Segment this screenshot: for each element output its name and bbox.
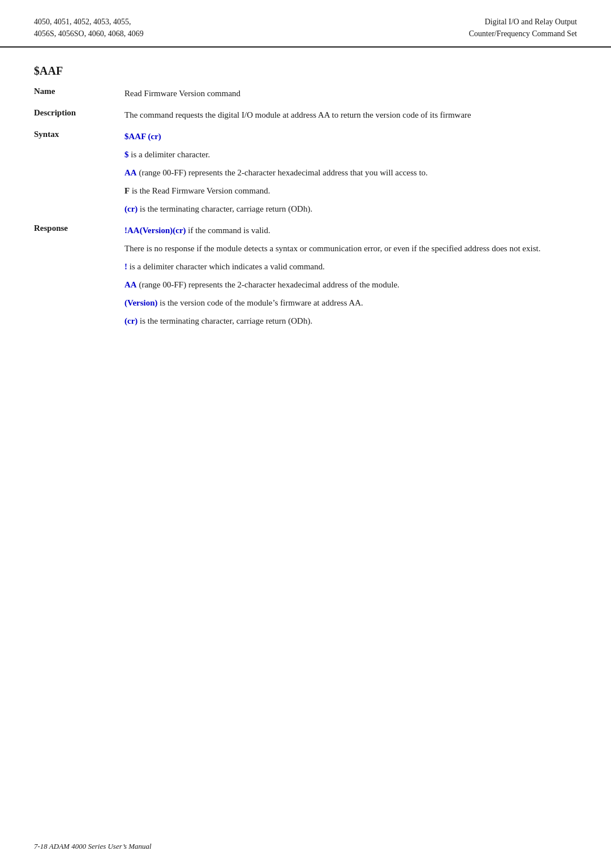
response-row: Response !AA(Version)(cr) if the command… <box>34 224 577 328</box>
response-cr-prefix: (cr) <box>124 316 137 325</box>
response-command-line: !AA(Version)(cr) if the command is valid… <box>124 224 577 237</box>
footer-text: 7-18 ADAM 4000 Series User’s Manual <box>34 842 152 850</box>
syntax-cr-prefix: (cr) <box>124 204 137 213</box>
main-content: $AAF Name Read Firmware Version command … <box>0 65 611 369</box>
page: 4050, 4051, 4052, 4053, 4055, 4056S, 405… <box>0 0 611 868</box>
response-version-prefix: (Version) <box>124 298 158 307</box>
name-text: Read Firmware Version command <box>124 87 577 100</box>
response-label: Response <box>34 224 124 233</box>
header-left: 4050, 4051, 4052, 4053, 4055, 4056S, 405… <box>34 16 144 40</box>
page-footer: 7-18 ADAM 4000 Series User’s Manual <box>34 842 152 851</box>
description-content: The command requests the digital I/O mod… <box>124 108 577 122</box>
name-row: Name Read Firmware Version command <box>34 87 577 100</box>
syntax-item-cr: (cr) is the terminating character, carri… <box>124 202 577 216</box>
description-label: Description <box>34 108 124 118</box>
description-text: The command requests the digital I/O mod… <box>124 108 577 122</box>
response-no-response: There is no response if the module detec… <box>124 242 577 255</box>
response-exclaim-prefix: ! <box>124 262 127 271</box>
name-content: Read Firmware Version command <box>124 87 577 100</box>
response-item-exclaim: ! is a delimiter character which indicat… <box>124 260 577 273</box>
header-model-line1: 4050, 4051, 4052, 4053, 4055, <box>34 16 144 28</box>
syntax-aa-prefix: AA <box>124 168 137 177</box>
syntax-item-aa: AA (range 00-FF) represents the 2-charac… <box>124 166 577 179</box>
syntax-f-prefix: F <box>124 186 130 195</box>
syntax-dollar-prefix: $ <box>124 150 129 159</box>
syntax-command: $AAF (cr) <box>124 130 577 143</box>
syntax-label: Syntax <box>34 130 124 139</box>
response-item-version: (Version) is the version code of the mod… <box>124 296 577 310</box>
header-title-line2: Counter/Frequency Command Set <box>469 28 577 40</box>
response-item-cr: (cr) is the terminating character, carri… <box>124 314 577 328</box>
syntax-command-text: $AAF (cr) <box>124 132 161 141</box>
syntax-row: Syntax $AAF (cr) $ is a delimiter charac… <box>34 130 577 216</box>
header-model-line2: 4056S, 4056SO, 4060, 4068, 4069 <box>34 28 144 40</box>
response-aa-prefix: AA <box>124 280 137 289</box>
header-title-line1: Digital I/O and Relay Output <box>469 16 577 28</box>
response-content: !AA(Version)(cr) if the command is valid… <box>124 224 577 328</box>
syntax-item-dollar: $ is a delimiter character. <box>124 148 577 161</box>
header-right: Digital I/O and Relay Output Counter/Fre… <box>469 16 577 40</box>
page-header: 4050, 4051, 4052, 4053, 4055, 4056S, 405… <box>0 0 611 48</box>
description-row: Description The command requests the dig… <box>34 108 577 122</box>
section-title: $AAF <box>34 65 577 78</box>
syntax-item-f: F is the Read Firmware Version command. <box>124 184 577 197</box>
command-table: Name Read Firmware Version command Descr… <box>34 87 577 328</box>
response-exclaim: !AA(Version)(cr) <box>124 226 186 235</box>
response-item-aa: AA (range 00-FF) represents the 2-charac… <box>124 278 577 291</box>
syntax-content: $AAF (cr) $ is a delimiter character. AA… <box>124 130 577 216</box>
name-label: Name <box>34 87 124 96</box>
